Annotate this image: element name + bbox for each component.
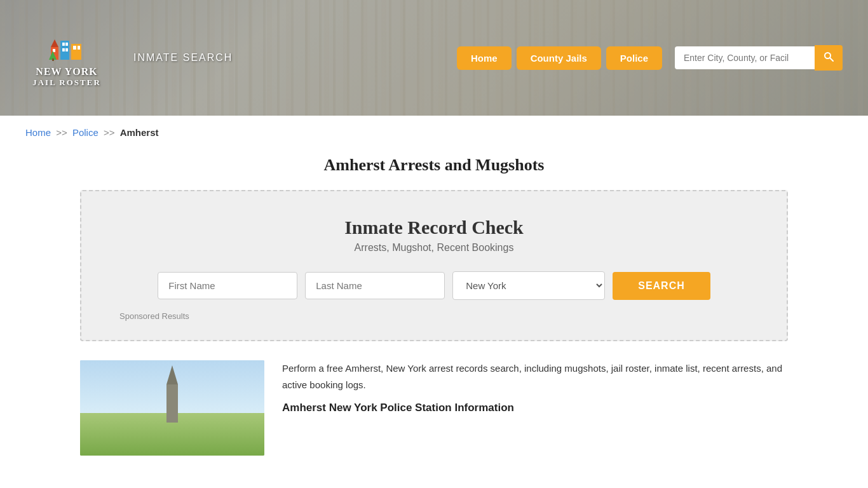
svg-rect-6	[65, 43, 68, 46]
svg-rect-10	[78, 46, 80, 50]
description-paragraph: Perform a free Amherst, New York arrest …	[282, 360, 788, 393]
record-check-form: AlabamaAlaskaArizonaArkansasCaliforniaCo…	[119, 271, 749, 300]
city-image	[80, 360, 264, 456]
breadcrumb-police-link[interactable]: Police	[72, 127, 98, 138]
header-nav: Home County Jails Police	[457, 45, 843, 71]
record-check-box: Inmate Record Check Arrests, Mugshot, Re…	[80, 190, 788, 341]
header-search-bar	[675, 45, 843, 71]
site-header: NEW YORK JAIL ROSTER INMATE SEARCH Home …	[0, 0, 868, 116]
svg-rect-5	[62, 43, 65, 46]
record-check-subtitle: Arrests, Mugshot, Recent Bookings	[119, 242, 749, 254]
breadcrumb-sep1: >>	[56, 127, 67, 138]
nav-police-button[interactable]: Police	[606, 46, 662, 70]
first-name-input[interactable]	[158, 272, 297, 299]
breadcrumb-current: Amherst	[120, 127, 159, 138]
header-content: NEW YORK JAIL ROSTER INMATE SEARCH Home …	[0, 0, 868, 116]
breadcrumb: Home >> Police >> Amherst	[0, 116, 868, 149]
church-steeple	[166, 365, 178, 384]
header-search-button[interactable]	[815, 45, 843, 71]
last-name-input[interactable]	[305, 272, 445, 299]
svg-line-14	[830, 58, 833, 61]
record-check-title: Inmate Record Check	[119, 217, 749, 238]
sponsored-label: Sponsored Results	[119, 311, 749, 321]
header-search-input[interactable]	[675, 46, 815, 69]
search-button[interactable]: SEARCH	[613, 272, 710, 300]
church-building	[166, 384, 178, 423]
inmate-search-label: INMATE SEARCH	[133, 52, 233, 64]
svg-marker-3	[51, 39, 58, 47]
breadcrumb-sep2: >>	[104, 127, 115, 138]
description-area: Perform a free Amherst, New York arrest …	[282, 360, 788, 414]
svg-rect-8	[65, 48, 68, 51]
svg-rect-9	[73, 46, 76, 50]
bottom-section: Perform a free Amherst, New York arrest …	[0, 360, 868, 456]
breadcrumb-home-link[interactable]: Home	[25, 127, 51, 138]
section-subheading: Amherst New York Police Station Informat…	[282, 402, 788, 414]
svg-rect-4	[53, 49, 55, 52]
page-title: Amherst Arrests and Mugshots	[0, 156, 868, 175]
nav-county-jails-button[interactable]: County Jails	[517, 46, 601, 70]
logo-text: NEW YORK JAIL ROSTER	[32, 65, 101, 88]
svg-rect-7	[62, 48, 65, 51]
nav-home-button[interactable]: Home	[457, 46, 512, 70]
logo-icon	[48, 28, 86, 63]
search-icon	[824, 51, 834, 62]
state-select[interactable]: AlabamaAlaskaArizonaArkansasCaliforniaCo…	[452, 271, 605, 300]
svg-rect-12	[52, 58, 54, 61]
logo-area[interactable]: NEW YORK JAIL ROSTER	[25, 28, 108, 88]
